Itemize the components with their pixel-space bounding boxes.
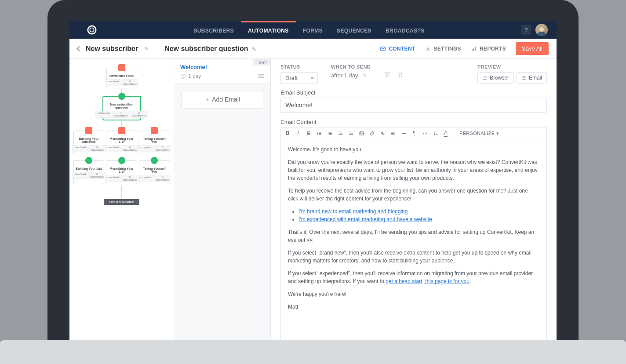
chip: 4 Subscribers bbox=[112, 111, 130, 118]
chip: 0 subscribers bbox=[154, 175, 171, 182]
svg-point-14 bbox=[317, 134, 318, 135]
image-icon[interactable] bbox=[358, 131, 364, 136]
drag-handle-icon[interactable] bbox=[258, 74, 264, 78]
gear-icon bbox=[425, 46, 431, 52]
unlink-icon[interactable] bbox=[379, 131, 386, 136]
trash-icon[interactable] bbox=[397, 71, 404, 78]
email-body-editor[interactable]: Welcome. It's good to have you. Did you … bbox=[280, 139, 547, 356]
svg-rect-16 bbox=[329, 132, 331, 132]
svg-rect-5 bbox=[473, 47, 474, 51]
user-avatar[interactable] bbox=[535, 24, 548, 36]
subnav-reports[interactable]: REPORTS bbox=[471, 46, 506, 52]
body-p: Matt bbox=[288, 303, 539, 311]
flow-node-branch[interactable]: Monetizing Your Listcompleted0 subscribe… bbox=[106, 131, 137, 154]
chip: 0 subscribers bbox=[121, 145, 138, 152]
ol-icon[interactable]: 123 bbox=[327, 131, 333, 136]
email-item-meta: 1 day bbox=[188, 73, 201, 79]
convertkit-logo bbox=[87, 25, 97, 35]
subnav-content-label: CONTENT bbox=[389, 46, 415, 52]
preview-browser-label: Browser bbox=[490, 75, 509, 81]
hr-icon[interactable] bbox=[400, 131, 407, 136]
flow-node-form[interactable]: Newsletter Form completed0 subscribers bbox=[106, 68, 137, 88]
indent-icon[interactable] bbox=[348, 131, 354, 136]
svg-rect-33 bbox=[402, 133, 406, 133]
subnav-settings[interactable]: SETTINGS bbox=[425, 46, 461, 52]
preview-label: PREVIEW bbox=[477, 64, 547, 69]
body-p: Welcome. It's good to have you. bbox=[288, 146, 539, 153]
chip: 0 subscribers bbox=[131, 111, 148, 118]
clear-format-icon[interactable] bbox=[432, 131, 438, 136]
strike-icon[interactable]: S bbox=[306, 130, 312, 136]
flow-node-branch[interactable]: Building Your Listcompleted0 subscribers bbox=[73, 160, 105, 184]
preview-email-button[interactable]: Email bbox=[517, 72, 547, 84]
body-link[interactable]: get a head start, this page is for you bbox=[386, 278, 470, 284]
bold-icon[interactable]: B bbox=[284, 130, 291, 136]
chip: 0 subscribers bbox=[88, 145, 106, 152]
automation-flow-panel: Newsletter Form completed0 subscribers N… bbox=[69, 59, 174, 364]
status-select[interactable]: Draft bbox=[280, 72, 318, 84]
svg-rect-27 bbox=[349, 134, 353, 135]
save-all-button[interactable]: Save All bbox=[516, 42, 549, 55]
status-label: STATUS bbox=[280, 64, 318, 69]
nav-automations[interactable]: AUTOMATIONS bbox=[241, 21, 296, 39]
preview-email-label: Email bbox=[529, 75, 542, 81]
edit-name-icon[interactable]: ✎ bbox=[144, 46, 149, 52]
svg-point-3 bbox=[427, 48, 429, 50]
nav-sequences[interactable]: SEQUENCES bbox=[330, 21, 379, 39]
branch-badge-icon bbox=[85, 127, 92, 134]
preview-browser-button[interactable]: Browser bbox=[477, 72, 514, 84]
body-link[interactable]: I'm experienced with email marketing and… bbox=[298, 216, 432, 222]
body-p: Did you know you're exactly the type of … bbox=[288, 158, 539, 182]
italic-icon[interactable]: I bbox=[295, 130, 301, 136]
add-email-label: Add Email bbox=[212, 96, 240, 103]
align-icon[interactable] bbox=[390, 131, 396, 136]
chip: completed bbox=[138, 175, 153, 182]
svg-rect-23 bbox=[340, 133, 342, 133]
flow-node-branch[interactable]: Monetizing Your Listcompleted0 subscribe… bbox=[106, 160, 137, 184]
sub-header: New subscriber ✎ New subscriber question… bbox=[69, 39, 557, 59]
subject-input[interactable] bbox=[280, 98, 547, 113]
breadcrumb-back[interactable]: New subscriber bbox=[86, 45, 138, 53]
text-color-icon[interactable]: A bbox=[443, 130, 449, 137]
svg-rect-31 bbox=[391, 133, 393, 133]
help-button[interactable]: ? bbox=[521, 25, 531, 35]
body-p: If you select "experienced", then you'll… bbox=[288, 269, 539, 285]
edit-sequence-icon[interactable]: ✎ bbox=[252, 46, 256, 52]
node-title: Monetizing Your List bbox=[108, 137, 135, 143]
add-email-button[interactable]: ＋ Add Email bbox=[181, 91, 263, 109]
email-list-item[interactable]: Draft Welcome! 1 day bbox=[174, 59, 270, 84]
node-title: Building Your List bbox=[76, 167, 102, 170]
svg-rect-25 bbox=[349, 131, 353, 132]
top-nav: SUBSCRIBERS AUTOMATIONS FORMS SEQUENCES … bbox=[69, 21, 557, 39]
chip: completed bbox=[105, 145, 120, 152]
chip: completed bbox=[72, 145, 88, 152]
flow-node-branch[interactable]: Taking Yourself Procompleted0 subscriber… bbox=[139, 160, 170, 184]
svg-rect-17 bbox=[329, 133, 331, 133]
nav-forms[interactable]: FORMS bbox=[296, 21, 330, 39]
paragraph-icon[interactable]: ¶ bbox=[411, 130, 417, 136]
chip: completed bbox=[138, 145, 153, 152]
nav-broadcasts[interactable]: BROADCASTS bbox=[379, 21, 432, 39]
email-item-title: Welcome! bbox=[180, 64, 264, 70]
ul-icon[interactable] bbox=[316, 131, 322, 136]
svg-point-12 bbox=[317, 133, 318, 134]
bars-icon bbox=[471, 46, 477, 52]
browser-icon bbox=[482, 75, 488, 80]
subnav-content[interactable]: CONTENT bbox=[380, 46, 415, 52]
filter-icon[interactable] bbox=[384, 71, 391, 78]
flow-node-branch[interactable]: Building Your Audiencecompleted0 subscri… bbox=[73, 131, 105, 154]
svg-point-1 bbox=[90, 28, 94, 32]
nav-subscribers[interactable]: SUBSCRIBERS bbox=[186, 21, 241, 39]
code-icon[interactable] bbox=[422, 131, 428, 136]
body-link[interactable]: I'm brand new to email marketing and blo… bbox=[298, 208, 408, 215]
svg-rect-26 bbox=[350, 133, 353, 133]
edit-when-icon[interactable]: ✎ bbox=[362, 73, 367, 79]
flow-node-question[interactable]: New subscriber question completed4 Subsc… bbox=[103, 96, 141, 120]
link-icon[interactable] bbox=[369, 131, 375, 136]
personalize-dropdown[interactable]: PERSONALIZE ▾ bbox=[459, 131, 499, 136]
chip: completed bbox=[105, 175, 120, 182]
flow-node-branch[interactable]: Taking Yourself Procompleted0 subscriber… bbox=[139, 131, 170, 154]
back-chevron-icon[interactable] bbox=[76, 46, 82, 51]
outdent-icon[interactable] bbox=[337, 131, 343, 136]
draft-badge: Draft bbox=[253, 59, 270, 66]
